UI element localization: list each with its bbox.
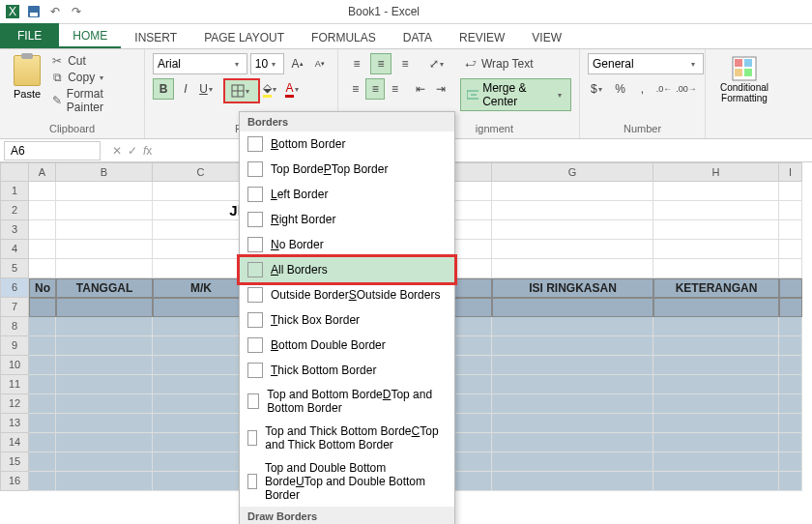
cell-H8[interactable] [653, 317, 779, 336]
tab-home[interactable]: HOME [59, 23, 121, 48]
cell-I3[interactable] [779, 220, 802, 240]
border-option[interactable]: Top and Bottom BordeDTop and Bottom Bord… [240, 383, 454, 420]
italic-button[interactable]: I [175, 78, 196, 100]
wrap-text-button[interactable]: ⮐Wrap Text [464, 56, 534, 72]
border-option[interactable]: Top and Double Bottom BordeUTop and Doub… [240, 456, 454, 507]
fx-icon[interactable]: fx [143, 144, 152, 158]
cell-H5[interactable] [653, 259, 779, 278]
row-header-14[interactable]: 14 [0, 433, 29, 452]
cell-C4[interactable] [153, 240, 249, 259]
cell-C15[interactable] [153, 452, 249, 472]
border-option[interactable]: Left Border [240, 182, 454, 207]
cell-A15[interactable] [29, 452, 56, 472]
col-header-H[interactable]: H [653, 162, 779, 182]
cell-C3[interactable] [153, 220, 249, 240]
cell-A1[interactable] [29, 182, 56, 201]
row-header-4[interactable]: 4 [0, 240, 29, 259]
tab-file[interactable]: FILE [0, 23, 59, 48]
cell-G15[interactable] [492, 452, 653, 472]
border-option[interactable]: All Borders [237, 254, 457, 285]
increase-font-icon[interactable]: A▴ [287, 53, 306, 74]
number-format-select[interactable]: General▾ [588, 53, 704, 74]
row-header-6[interactable]: 6 [0, 278, 29, 298]
cell-I5[interactable] [779, 259, 802, 278]
tab-page-layout[interactable]: PAGE LAYOUT [190, 25, 298, 48]
cell-I4[interactable] [779, 240, 802, 259]
cell-I10[interactable] [779, 356, 802, 375]
redo-icon[interactable]: ↷ [69, 4, 84, 19]
cell-C2[interactable]: Jl. [153, 201, 249, 220]
col-header-A[interactable]: A [29, 162, 56, 182]
row-header-13[interactable]: 13 [0, 414, 29, 433]
border-option[interactable]: Right Border [240, 207, 454, 232]
cell-H14[interactable] [653, 433, 779, 452]
percent-icon[interactable]: % [610, 78, 631, 100]
cell-B1[interactable] [56, 182, 153, 201]
enter-icon[interactable]: ✓ [128, 144, 137, 158]
cell-A14[interactable] [29, 433, 56, 452]
format-painter-button[interactable]: ✎Format Painter [50, 86, 136, 115]
cell-C8[interactable] [153, 317, 249, 336]
decrease-font-icon[interactable]: A▾ [310, 53, 330, 74]
cell-H13[interactable] [653, 414, 779, 433]
paste-button[interactable]: Paste [8, 53, 46, 102]
border-option[interactable]: Outside BorderSOutside Borders [240, 282, 454, 307]
cell-A9[interactable] [29, 336, 56, 356]
cell-A7[interactable] [29, 298, 56, 317]
align-bottom-icon[interactable]: ≡ [394, 53, 416, 74]
align-right-icon[interactable]: ≡ [386, 78, 404, 100]
cell-A6[interactable]: No [29, 278, 56, 298]
row-header-2[interactable]: 2 [0, 201, 29, 220]
name-box[interactable]: A6 [4, 141, 101, 160]
comma-icon[interactable]: , [632, 78, 653, 100]
cell-G4[interactable] [492, 240, 653, 259]
cell-H6[interactable]: KETERANGAN [653, 278, 779, 298]
cut-button[interactable]: ✂Cut [50, 53, 136, 69]
cell-C7[interactable] [153, 298, 249, 317]
cell-H7[interactable] [653, 298, 779, 317]
borders-button[interactable]: ▾ [223, 78, 260, 103]
cell-G8[interactable] [492, 317, 653, 336]
cell-G16[interactable] [492, 472, 653, 491]
cell-B14[interactable] [56, 433, 153, 452]
cell-I15[interactable] [779, 452, 802, 472]
cancel-icon[interactable]: ✕ [112, 144, 122, 158]
cell-I12[interactable] [779, 394, 802, 414]
cell-H1[interactable] [653, 182, 779, 201]
border-option[interactable]: Thick Box Border [240, 307, 454, 333]
cell-A8[interactable] [29, 317, 56, 336]
cell-A13[interactable] [29, 414, 56, 433]
col-header-I[interactable]: I [779, 162, 802, 182]
cell-C10[interactable] [153, 356, 249, 375]
orientation-icon[interactable]: ⤢▾ [427, 53, 449, 74]
row-header-1[interactable]: 1 [0, 182, 29, 201]
cell-B5[interactable] [56, 259, 153, 278]
cell-H3[interactable] [653, 220, 779, 240]
cell-C13[interactable] [153, 414, 249, 433]
cell-I14[interactable] [779, 433, 802, 452]
cell-C16[interactable] [153, 472, 249, 491]
cell-I8[interactable] [779, 317, 802, 336]
cell-C9[interactable] [153, 336, 249, 356]
col-header-G[interactable]: G [492, 162, 653, 182]
cell-I2[interactable] [779, 201, 802, 220]
cell-B9[interactable] [56, 336, 153, 356]
cell-I16[interactable] [779, 472, 802, 491]
cell-B10[interactable] [56, 356, 153, 375]
cell-H10[interactable] [653, 356, 779, 375]
increase-decimal-icon[interactable]: .0← [653, 78, 675, 100]
cell-G11[interactable] [492, 375, 653, 394]
cell-I7[interactable] [779, 298, 802, 317]
cell-B16[interactable] [56, 472, 153, 491]
row-header-11[interactable]: 11 [0, 375, 29, 394]
increase-indent-icon[interactable]: ⇥ [431, 78, 450, 100]
conditional-formatting-button[interactable]: Conditional Formatting [713, 53, 775, 105]
border-option[interactable]: Bottom Border [240, 131, 454, 157]
cell-A10[interactable] [29, 356, 56, 375]
row-header-8[interactable]: 8 [0, 317, 29, 336]
cell-C11[interactable] [153, 375, 249, 394]
row-header-12[interactable]: 12 [0, 394, 29, 414]
fill-color-button[interactable]: ⬙▾ [261, 78, 282, 100]
undo-icon[interactable]: ↶ [47, 4, 63, 19]
currency-icon[interactable]: $▾ [588, 78, 609, 100]
